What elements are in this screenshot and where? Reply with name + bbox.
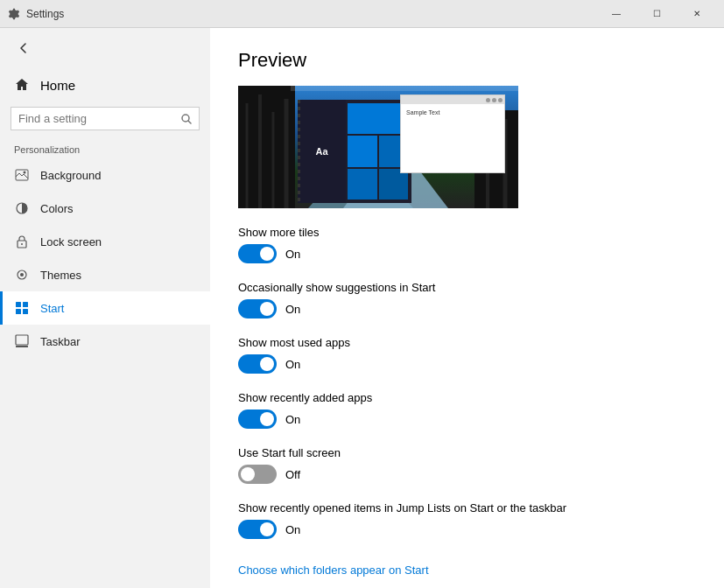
sidebar-item-taskbar[interactable]: Taskbar <box>0 325 210 358</box>
themes-label: Themes <box>40 269 81 282</box>
back-button[interactable] <box>11 35 37 61</box>
toggle-thumb-recently-added <box>260 412 274 426</box>
setting-label-jump-lists: Show recently opened items in Jump Lists… <box>238 501 696 514</box>
toggle-state-show-more-tiles: On <box>285 248 300 261</box>
toggle-thumb-jump-lists <box>260 522 274 536</box>
toggle-row-show-more-tiles: On <box>238 244 696 263</box>
background-icon <box>14 167 30 183</box>
search-box[interactable] <box>11 107 200 130</box>
app-layout: Home Personalization Background <box>0 28 724 588</box>
trees-left-svg <box>238 86 295 208</box>
personalization-label: Personalization <box>0 136 210 158</box>
toggle-thumb-show-more-tiles <box>260 247 274 261</box>
svg-line-1 <box>188 121 191 123</box>
tile-3 <box>348 169 377 200</box>
toggle-row-full-screen: Off <box>238 465 696 484</box>
preview-topbar <box>291 86 518 91</box>
start-label: Start <box>40 302 64 315</box>
lock-icon <box>14 234 30 249</box>
start-menu-preview: Aa <box>298 100 411 203</box>
close-button[interactable]: ✕ <box>677 0 717 28</box>
setting-label-most-used: Show most used apps <box>238 336 696 349</box>
background-label: Background <box>40 169 101 182</box>
themes-icon <box>14 267 30 283</box>
taskbar-label: Taskbar <box>40 335 81 348</box>
toggle-state-jump-lists: On <box>285 523 300 536</box>
setting-row-suggestions: Occasionally show suggestions in StartOn <box>238 281 696 318</box>
svg-rect-10 <box>23 302 28 307</box>
colors-label: Colors <box>40 202 74 215</box>
minimize-button[interactable]: — <box>596 0 636 28</box>
svg-rect-13 <box>16 335 28 345</box>
home-icon <box>14 77 30 93</box>
tile-wide <box>348 103 408 134</box>
setting-row-full-screen: Use Start full screenOff <box>238 446 696 484</box>
setting-label-full-screen: Use Start full screen <box>238 446 696 459</box>
tile-1 <box>348 136 377 166</box>
toggle-thumb-full-screen <box>241 467 255 481</box>
sidebar-item-themes[interactable]: Themes <box>0 258 210 291</box>
toggle-row-recently-added: On <box>238 410 696 429</box>
toggle-suggestions[interactable] <box>238 299 277 318</box>
toggle-jump-lists[interactable] <box>238 520 277 539</box>
aa-label: Aa <box>315 146 327 157</box>
setting-label-show-more-tiles: Show more tiles <box>238 226 696 239</box>
settings-list: Show more tilesOnOccasionally show sugge… <box>238 226 696 539</box>
toggle-row-jump-lists: On <box>238 520 696 539</box>
toggle-full-screen[interactable] <box>238 465 277 484</box>
setting-row-show-more-tiles: Show more tilesOn <box>238 226 696 263</box>
svg-rect-14 <box>16 346 28 347</box>
page-title: Preview <box>238 49 696 72</box>
setting-row-jump-lists: Show recently opened items in Jump Lists… <box>238 501 696 539</box>
toggle-state-full-screen: Off <box>285 468 300 481</box>
sample-window: Sample Text <box>400 94 505 173</box>
svg-point-6 <box>21 243 23 245</box>
lock-screen-label: Lock screen <box>40 235 102 248</box>
toggle-state-suggestions: On <box>285 303 300 316</box>
sidebar-back <box>0 28 210 68</box>
folders-link[interactable]: Choose which folders appear on Start <box>238 564 429 577</box>
win-control-dot3 <box>498 98 503 102</box>
search-input[interactable] <box>18 112 176 125</box>
toggle-row-most-used: On <box>238 354 696 374</box>
setting-row-most-used: Show most used appsOn <box>238 336 696 374</box>
setting-label-recently-added: Show recently added apps <box>238 391 696 404</box>
window-controls: — ☐ ✕ <box>596 0 717 28</box>
sample-window-content: Sample Text <box>401 104 504 172</box>
sidebar-item-home[interactable]: Home <box>0 68 210 102</box>
toggle-show-more-tiles[interactable] <box>238 244 277 263</box>
sidebar-item-background[interactable]: Background <box>0 158 210 192</box>
svg-point-8 <box>20 273 24 276</box>
svg-rect-12 <box>23 309 28 314</box>
sidebar-item-lock-screen[interactable]: Lock screen <box>0 225 210 258</box>
win-control-dot2 <box>492 98 496 102</box>
sample-window-titlebar <box>401 95 504 104</box>
main-content: Preview <box>210 28 724 588</box>
toggle-state-most-used: On <box>285 358 300 371</box>
titlebar: Settings — ☐ ✕ <box>0 0 724 28</box>
toggle-state-recently-added: On <box>285 413 300 426</box>
setting-row-recently-added: Show recently added appsOn <box>238 391 696 429</box>
svg-point-3 <box>24 172 26 174</box>
maximize-button[interactable]: ☐ <box>636 0 677 28</box>
ruler <box>298 100 300 203</box>
win-control-dot <box>486 98 490 102</box>
sample-text: Sample Text <box>406 109 439 116</box>
colors-icon <box>14 200 30 216</box>
titlebar-title: Settings <box>26 8 596 20</box>
toggle-thumb-suggestions <box>260 302 274 316</box>
sidebar: Home Personalization Background <box>0 28 210 588</box>
preview-area: Aa <box>238 86 518 208</box>
home-label: Home <box>40 78 75 93</box>
setting-label-suggestions: Occasionally show suggestions in Start <box>238 281 696 294</box>
search-icon <box>181 114 192 124</box>
start-icon <box>14 300 30 316</box>
sidebar-item-start[interactable]: Start <box>0 291 210 325</box>
settings-icon <box>7 7 21 21</box>
toggle-most-used[interactable] <box>238 354 277 374</box>
svg-rect-9 <box>16 302 21 307</box>
svg-rect-11 <box>16 309 21 314</box>
taskbar-icon <box>14 333 30 349</box>
toggle-recently-added[interactable] <box>238 410 277 429</box>
sidebar-item-colors[interactable]: Colors <box>0 192 210 225</box>
